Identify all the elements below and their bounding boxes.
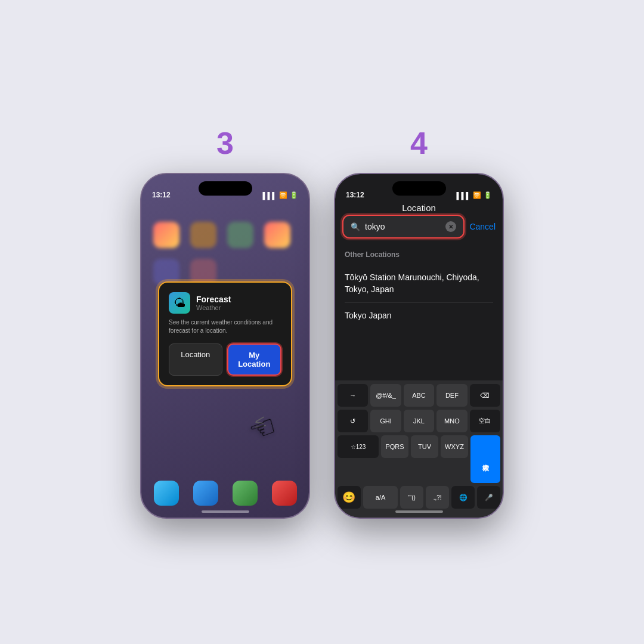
kb-def-key[interactable]: DEF: [436, 384, 467, 407]
kb-globe-key[interactable]: 🌐: [451, 486, 475, 509]
home-indicator-4: [395, 510, 443, 513]
widget-description: See the current weather conditions and f…: [169, 318, 281, 335]
dock-icon-3: [233, 481, 258, 506]
phone-4-screen: 13:12 ▌▌▌ 🛜 🔋 Location 🔍 tokyo: [335, 174, 503, 518]
signal-icon: ▌▌▌: [263, 192, 277, 199]
bottom-dock-3: [153, 481, 297, 506]
result-text-1: Tōkyō Station Marunouchi, Chiyoda,Tokyo,…: [345, 272, 493, 295]
wifi-icon-4: 🛜: [473, 191, 481, 199]
cancel-button[interactable]: Cancel: [469, 222, 496, 231]
search-bar[interactable]: 🔍 tokyo ✕: [342, 215, 465, 239]
kb-abc-key[interactable]: ABC: [404, 384, 434, 407]
clear-search-button[interactable]: ✕: [445, 221, 456, 232]
status-time-4: 13:12: [346, 191, 364, 199]
on-screen-keyboard[interactable]: → @#/&_ ABC DEF ⌫ ↺ GHI JKL MNO 空白 ☆: [335, 380, 503, 518]
dock-icon-2: [193, 481, 218, 506]
kb-period-key[interactable]: .,?!: [426, 486, 449, 509]
result-text-2: Tokyo Japan: [345, 310, 493, 322]
kb-tuv-key[interactable]: TUV: [411, 435, 438, 458]
dock-icon-4: [272, 481, 297, 506]
kb-a-key[interactable]: a/A: [363, 486, 398, 509]
blur-app-icon: [190, 222, 216, 248]
kb-punct-key[interactable]: '"(): [400, 486, 423, 509]
status-icons-4: ▌▌▌ 🛜 🔋: [457, 191, 492, 199]
kb-jkl-key[interactable]: JKL: [404, 410, 434, 432]
search-bar-container[interactable]: 🔍 tokyo ✕ Cancel: [342, 215, 496, 239]
dynamic-island-3: [199, 181, 252, 196]
kb-mic-key[interactable]: 🎤: [477, 486, 500, 509]
kb-row-4: 😊 a/A '"() .,?! 🌐 🎤: [338, 486, 500, 509]
kb-emoji-key[interactable]: 😊: [338, 486, 361, 509]
blur-app-icon: [264, 222, 290, 248]
weather-app-icon: 🌤: [169, 292, 190, 314]
status-time-3: 13:12: [152, 191, 171, 199]
battery-icon: 🔋: [290, 191, 298, 199]
kb-delete-key[interactable]: ⌫: [470, 384, 500, 407]
kb-row-1: → @#/&_ ABC DEF ⌫: [338, 384, 500, 407]
location-screen-title: Location: [335, 203, 503, 213]
search-icon: 🔍: [351, 222, 360, 231]
main-container: 3 13:12 ▌▌▌ 🛜 🔋: [116, 101, 528, 543]
blur-app-icon: [227, 222, 253, 248]
kb-arrow-key[interactable]: →: [338, 384, 368, 407]
phone-3-screen: 13:12 ▌▌▌ 🛜 🔋: [141, 174, 309, 518]
status-icons-3: ▌▌▌ 🛜 🔋: [263, 191, 298, 199]
step-4-number: 4: [410, 125, 428, 161]
dock-icon-1: [154, 481, 179, 506]
kb-pqrs-key[interactable]: PQRS: [381, 435, 408, 458]
phone-3: 13:12 ▌▌▌ 🛜 🔋: [140, 173, 310, 519]
kb-symbols-key[interactable]: @#/&_: [370, 384, 401, 407]
kb-num-key[interactable]: ☆123: [338, 435, 379, 458]
dynamic-island-4: [392, 181, 446, 196]
widget-buttons: Location My Location: [169, 343, 281, 376]
kb-mno-key[interactable]: MNO: [436, 410, 467, 432]
location-button[interactable]: Location: [169, 343, 222, 376]
widget-subtitle: Weather: [196, 304, 231, 311]
kb-row-3: ☆123 PQRS TUV WXYZ 検索: [338, 435, 500, 483]
step-4: 4 13:12 ▌▌▌ 🛜 🔋 Location: [334, 125, 504, 519]
wifi-icon: 🛜: [279, 191, 287, 199]
kb-row-2: ↺ GHI JKL MNO 空白: [338, 410, 500, 432]
my-location-button[interactable]: My Location: [227, 343, 282, 376]
kb-space-key[interactable]: 空白: [470, 410, 500, 432]
widget-title-block: Forecast Weather: [196, 295, 231, 311]
battery-icon-4: 🔋: [484, 191, 492, 199]
phone-4: 13:12 ▌▌▌ 🛜 🔋 Location 🔍 tokyo: [334, 173, 504, 519]
step-3-number: 3: [216, 125, 234, 161]
kb-undo-key[interactable]: ↺: [338, 410, 368, 432]
widget-title: Forecast: [196, 295, 231, 304]
kb-ghi-key[interactable]: GHI: [370, 410, 401, 432]
widget-header: 🌤 Forecast Weather: [169, 292, 281, 314]
result-item-2[interactable]: Tokyo Japan: [345, 303, 493, 329]
search-input[interactable]: tokyo: [365, 222, 441, 231]
results-section-title: Other Locations: [345, 250, 493, 259]
home-indicator-3: [202, 510, 249, 513]
forecast-widget-popup: 🌤 Forecast Weather See the current weath…: [158, 281, 292, 386]
search-results: Other Locations Tōkyō Station Marunouchi…: [335, 243, 503, 336]
kb-search-key[interactable]: 検索: [470, 435, 500, 483]
blur-app-icon: [153, 222, 179, 248]
kb-wxyz-key[interactable]: WXYZ: [441, 435, 468, 458]
result-item-1[interactable]: Tōkyō Station Marunouchi, Chiyoda,Tokyo,…: [345, 265, 493, 303]
step-3: 3 13:12 ▌▌▌ 🛜 🔋: [140, 125, 310, 519]
signal-icon-4: ▌▌▌: [457, 192, 470, 199]
hand-cursor-icon: ☞: [244, 408, 281, 450]
